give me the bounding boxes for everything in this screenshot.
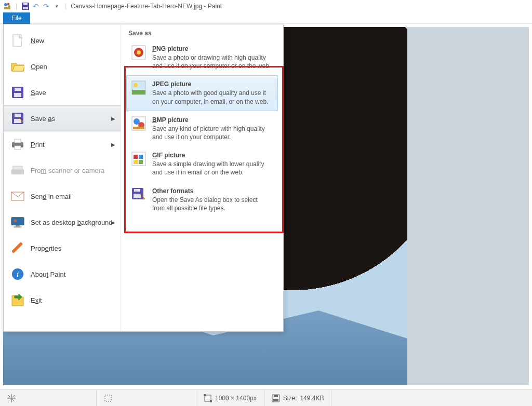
file-menu-item-label: New [31,37,44,45]
save-as-option-jpeg[interactable]: JPEG picture Save a photo with good qual… [126,75,278,111]
print-icon [11,138,24,151]
svg-rect-22 [14,226,22,227]
qa-undo-icon[interactable]: ↶ [32,2,40,10]
save-as-option-other[interactable]: Other formats Open the Save As dialog bo… [126,182,278,218]
qa-save-icon[interactable] [21,2,30,10]
file-menu-item-label: Print [31,141,45,148]
cursor-pos-icon [7,394,16,402]
svg-point-28 [137,50,141,55]
save-as-option-title: Other formats [152,187,272,195]
svg-rect-20 [11,218,24,225]
save-as-panel: Save as PNG picture Save a photo or draw… [121,24,283,331]
status-size-label: Size: [283,395,297,402]
svg-rect-37 [134,155,138,159]
save-as-icon [11,112,24,125]
file-menu-item-label: From scanner or camera [31,167,104,174]
svg-rect-16 [15,146,21,150]
svg-rect-12 [15,114,21,117]
file-menu-item-label: Exit [31,296,42,304]
svg-rect-47 [210,400,212,402]
status-selection-size [97,390,196,406]
status-size-value: 149.4KB [300,395,324,402]
status-cursor-pos [0,390,97,406]
dimensions-icon [204,394,212,402]
save-as-option-desc: Save any kind of picture with high quali… [152,125,272,141]
svg-rect-44 [105,395,111,401]
png-icon [131,45,146,60]
file-menu-item-save-as[interactable]: Save as ▶ [4,105,121,131]
gif-icon [131,152,146,166]
file-menu-item-label: Send in email [31,193,72,200]
file-menu-item-label: Open [31,63,47,71]
save-as-option-bmp[interactable]: BMP picture Save any kind of picture wit… [126,111,278,146]
separator: | [65,3,66,10]
desktop-icon [11,215,24,229]
other-formats-icon [131,187,146,202]
svg-rect-40 [139,160,143,164]
tab-file[interactable]: File [3,12,30,24]
qa-redo-icon[interactable]: ↷ [42,2,50,10]
scanner-icon [11,164,24,177]
file-menu-item-label: Save as [31,115,55,123]
svg-rect-38 [139,155,143,159]
svg-point-23 [14,219,17,222]
save-as-option-png[interactable]: PNG picture Save a photo or drawing with… [126,40,278,75]
file-menu-item-about[interactable]: i About Paint [4,261,121,287]
jpeg-icon [131,80,146,95]
svg-rect-42 [134,189,140,192]
svg-rect-39 [134,160,138,164]
save-as-option-title: BMP picture [152,116,272,124]
svg-rect-15 [15,139,21,143]
svg-rect-6 [23,7,28,9]
save-as-option-desc: Save a photo or drawing with high qualit… [152,53,272,70]
disk-icon [272,394,280,402]
separator: | [16,3,17,10]
file-menu-item-send-email[interactable]: Send in email [4,183,121,209]
file-menu: New Open Save Save as ▶ Print [3,24,284,332]
svg-point-1 [4,3,7,6]
file-menu-item-exit[interactable]: Exit [4,287,121,313]
exit-icon [11,293,24,307]
submenu-arrow-icon: ▶ [111,142,115,147]
svg-point-3 [8,5,10,7]
svg-rect-10 [14,93,21,97]
new-icon [11,34,24,47]
file-menu-item-desktop-bg[interactable]: Set as desktop background ▶ [4,209,121,235]
svg-rect-50 [273,399,278,401]
file-menu-item-label: Properties [31,245,61,252]
svg-rect-35 [133,127,144,129]
save-as-option-desc: Open the Save As dialog box to select fr… [152,196,272,212]
app-icon [3,2,11,10]
submenu-arrow-icon: ▶ [111,116,115,121]
save-as-option-gif[interactable]: GIF picture Save a simple drawing with l… [126,146,278,182]
file-menu-left-column: New Open Save Save as ▶ Print [4,24,121,331]
save-as-option-desc: Save a photo with good quality and use i… [152,89,272,105]
svg-rect-30 [132,90,145,94]
save-as-option-title: JPEG picture [152,80,272,88]
status-file-size: Size: 149.4KB [264,390,332,406]
status-image-dimensions: 1000 × 1400px [196,390,264,406]
file-menu-item-label: About Paint [31,270,65,278]
file-menu-item-label: Save [31,89,46,97]
file-menu-item-open[interactable]: Open [4,53,121,79]
open-icon [11,60,24,73]
save-as-header: Save as [121,24,283,40]
email-icon [11,190,24,203]
window-title: Canvas-Homepage-Feature-Tab-Hero-NEW.jpg… [71,3,222,10]
file-menu-item-scanner: From scanner or camera [4,157,121,183]
svg-rect-9 [15,88,21,91]
save-icon [11,86,24,99]
selection-icon [104,394,112,402]
file-menu-item-print[interactable]: Print ▶ [4,131,121,157]
svg-rect-46 [204,394,206,396]
statusbar: 1000 × 1400px Size: 149.4KB [0,389,532,406]
file-menu-item-new[interactable]: New [4,28,121,53]
qa-customize-dropdown[interactable]: ▾ [52,2,61,10]
status-dimensions-text: 1000 × 1400px [215,395,257,402]
file-menu-item-properties[interactable]: Properties [4,235,121,261]
ribbon-tabstrip: File [0,12,532,24]
canvas-gutter [407,27,529,385]
file-menu-item-label: Set as desktop background [31,219,113,226]
file-menu-item-save[interactable]: Save [4,79,121,105]
svg-rect-5 [23,3,28,5]
